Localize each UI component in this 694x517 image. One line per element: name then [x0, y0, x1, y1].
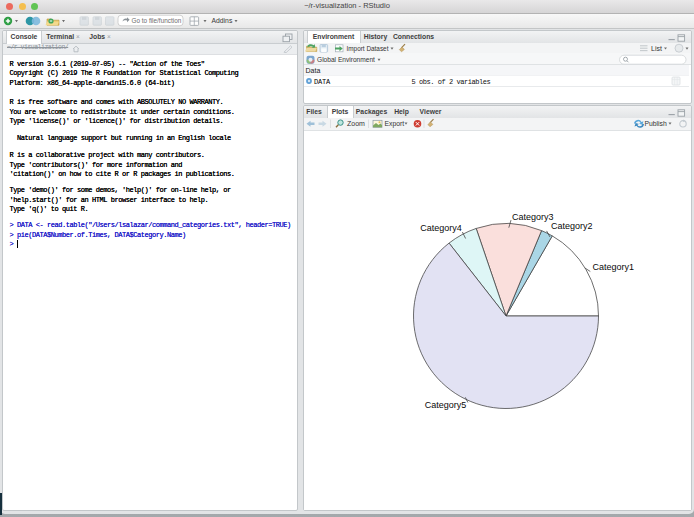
svg-text:List: List — [651, 45, 662, 52]
svg-text:Go to file/function: Go to file/function — [132, 16, 182, 23]
svg-text:Category1: Category1 — [592, 261, 634, 271]
svg-text:Publish: Publish — [644, 120, 667, 127]
svg-text:Category5: Category5 — [424, 400, 466, 410]
svg-text:Addins: Addins — [212, 17, 233, 24]
svg-text:Category2: Category2 — [550, 221, 592, 231]
svg-text:Zoom: Zoom — [347, 120, 365, 127]
svg-text:DATA: DATA — [314, 77, 331, 85]
svg-text:Import Dataset: Import Dataset — [346, 44, 388, 52]
svg-text:Category4: Category4 — [420, 223, 462, 233]
svg-text:Data: Data — [305, 67, 320, 74]
svg-text:Global Environment: Global Environment — [317, 56, 375, 63]
svg-text:5 obs. of 2 variables: 5 obs. of 2 variables — [411, 77, 490, 85]
svg-text:Category3: Category3 — [512, 212, 554, 222]
svg-text:Export: Export — [384, 120, 404, 128]
